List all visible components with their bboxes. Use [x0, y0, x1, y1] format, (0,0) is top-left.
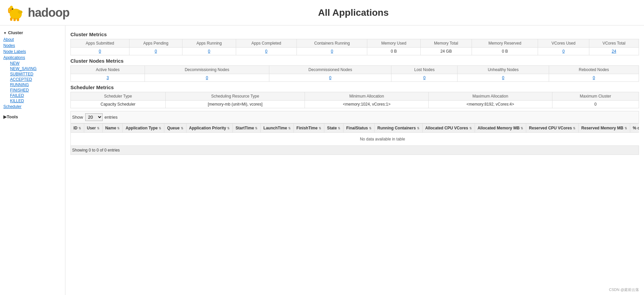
svg-rect-4 [13, 18, 16, 21]
scheduler-metrics-value: Capacity Scheduler [71, 101, 166, 108]
table-col-allocated-cpu-vcores[interactable]: Allocated CPU VCores⇅ [422, 124, 475, 133]
sidebar-link-running[interactable]: RUNNING [10, 82, 62, 87]
entries-suffix: entries [105, 115, 118, 120]
sidebar-link-applications[interactable]: Applications [3, 55, 62, 61]
cluster-metrics-value[interactable]: 0 [129, 48, 182, 55]
sort-icon: ⇅ [97, 127, 100, 130]
svg-rect-3 [10, 17, 12, 21]
cluster-metrics-value[interactable]: 0 [538, 48, 589, 55]
cluster-metrics-col: Apps Completed [236, 39, 297, 48]
cluster-metrics-col: Apps Pending [129, 39, 182, 48]
table-col-application-type[interactable]: Application Type⇅ [123, 124, 164, 133]
cluster-nodes-table: Active NodesDecommissioning NodesDecommi… [70, 65, 639, 82]
sort-icon: ⇅ [288, 127, 291, 130]
table-col-reserved-cpu-vcores[interactable]: Reserved CPU VCores⇅ [526, 124, 579, 133]
sort-icon: ⇅ [117, 127, 120, 130]
cluster-metrics-value[interactable]: 0 [182, 48, 236, 55]
cluster-nodes-col: Active Nodes [71, 66, 145, 74]
sort-icon: ⇅ [521, 127, 523, 130]
cluster-metrics-value[interactable]: 0 [297, 48, 367, 55]
sidebar-link-failed[interactable]: FAILED [10, 93, 62, 98]
table-col-queue[interactable]: Queue⇅ [164, 124, 186, 133]
logo: hadoop [7, 3, 69, 22]
cluster-nodes-value[interactable]: 0 [269, 74, 391, 82]
sidebar-app-sub: NEW NEW_SAVING SUBMITTED ACCEPTED RUNNIN… [3, 61, 62, 104]
scheduler-metrics-col: Scheduler Type [71, 92, 166, 101]
logo-text: hadoop [28, 6, 69, 20]
table-col-finalstatus[interactable]: FinalStatus⇅ [343, 124, 375, 133]
cluster-metrics-col: Memory Reserved [472, 39, 538, 48]
cluster-nodes-col: Lost Nodes [391, 66, 458, 74]
scheduler-metrics-value: <memory:1024, vCores:1> [305, 101, 429, 108]
cluster-metrics-value: 0 B [367, 48, 420, 55]
table-col-finishtime[interactable]: FinishTime⇅ [293, 124, 324, 133]
cluster-metrics-col: Memory Total [420, 39, 472, 48]
table-col-id[interactable]: ID⇅ [71, 124, 84, 133]
applications-table: ID⇅User⇅Name⇅Application Type⇅Queue⇅Appl… [70, 123, 639, 146]
table-col-user[interactable]: User⇅ [84, 124, 103, 133]
cluster-metrics-col: Apps Running [182, 39, 236, 48]
cluster-nodes-title: Cluster Nodes Metrics [70, 58, 639, 64]
table-col-name[interactable]: Name⇅ [102, 124, 123, 133]
svg-point-7 [12, 8, 13, 10]
cluster-metrics-value[interactable]: 24 [589, 48, 639, 55]
scheduler-metrics-col: Maximum Allocation [429, 92, 552, 101]
sidebar-link-accepted[interactable]: ACCEPTED [10, 77, 62, 82]
sidebar-link-submitted[interactable]: SUBMITTED [10, 71, 62, 77]
no-data-message: No data available in table [71, 133, 639, 146]
cluster-metrics-value[interactable]: 0 [71, 48, 129, 55]
svg-point-8 [18, 10, 22, 14]
sidebar-link-scheduler[interactable]: Scheduler [3, 104, 62, 110]
cluster-nodes-value[interactable]: 0 [458, 74, 549, 82]
table-col-%-of-queue[interactable]: % of Queue⇅ [630, 124, 639, 133]
table-col-state[interactable]: State⇅ [324, 124, 343, 133]
applications-table-wrap: ID⇅User⇅Name⇅Application Type⇅Queue⇅Appl… [70, 123, 639, 146]
hadoop-elephant-icon [7, 3, 25, 22]
sort-icon: ⇅ [625, 127, 627, 130]
sidebar-link-killed[interactable]: KILLED [10, 98, 62, 104]
watermark: CSDN @庭前云落 [609, 287, 639, 292]
scheduler-metrics-title: Scheduler Metrics [70, 84, 639, 90]
sidebar-cluster-section[interactable]: ▼Cluster [0, 29, 65, 37]
entries-select[interactable]: 10202550100 [85, 113, 103, 121]
cluster-nodes-col: Unhealthy Nodes [458, 66, 549, 74]
scheduler-metrics-value: [memory-mb (unit=Mi), vcores] [165, 101, 305, 108]
table-col-launchtime[interactable]: LaunchTime⇅ [261, 124, 293, 133]
sort-icon: ⇅ [319, 127, 321, 130]
sort-icon: ⇅ [338, 127, 340, 130]
sort-icon: ⇅ [255, 127, 258, 130]
sort-icon: ⇅ [469, 127, 472, 130]
sidebar-link-about[interactable]: About [3, 37, 62, 43]
table-col-starttime[interactable]: StartTime⇅ [233, 124, 261, 133]
sidebar-link-new[interactable]: NEW [10, 61, 62, 66]
sidebar-link-finished[interactable]: FINISHED [10, 87, 62, 93]
scheduler-metrics-value: <memory:8192, vCores:4> [429, 101, 552, 108]
cluster-metrics-col: Containers Running [297, 39, 367, 48]
cluster-nodes-value[interactable]: 0 [549, 74, 639, 82]
show-label: Show [72, 115, 83, 120]
sidebar-main-links: About Nodes Node Labels Applications NEW… [0, 37, 65, 110]
scheduler-metrics-col: Maximum Cluster [552, 92, 639, 101]
show-entries-bar: Show 10202550100 entries [70, 111, 639, 123]
cluster-metrics-col: VCores Used [538, 39, 589, 48]
cluster-metrics-col: Memory Used [367, 39, 420, 48]
scheduler-metrics-col: Minimum Allocation [305, 92, 429, 101]
cluster-nodes-value[interactable]: 0 [391, 74, 458, 82]
table-col-reserved-memory-mb[interactable]: Reserved Memory MB⇅ [579, 124, 630, 133]
sidebar-link-nodes[interactable]: Nodes [3, 43, 62, 49]
sidebar-link-new-saving[interactable]: NEW_SAVING [10, 66, 62, 71]
scheduler-metrics-value: 0 [552, 101, 639, 108]
cluster-metrics-title: Cluster Metrics [70, 32, 639, 37]
table-col-allocated-memory-mb[interactable]: Allocated Memory MB⇅ [475, 124, 526, 133]
sort-icon: ⇅ [369, 127, 372, 130]
sort-icon: ⇅ [181, 127, 183, 130]
cluster-nodes-col: Decommissioning Nodes [145, 66, 269, 74]
cluster-nodes-value[interactable]: 0 [145, 74, 269, 82]
table-col-application-priority[interactable]: Application Priority⇅ [186, 124, 233, 133]
sidebar-tools-section[interactable]: ▶Tools [0, 113, 65, 121]
table-col-running-containers[interactable]: Running Containers⇅ [374, 124, 422, 133]
sort-icon: ⇅ [227, 127, 230, 130]
cluster-nodes-value[interactable]: 3 [71, 74, 145, 82]
sidebar-link-node-labels[interactable]: Node Labels [3, 49, 62, 55]
cluster-metrics-value[interactable]: 0 [236, 48, 297, 55]
